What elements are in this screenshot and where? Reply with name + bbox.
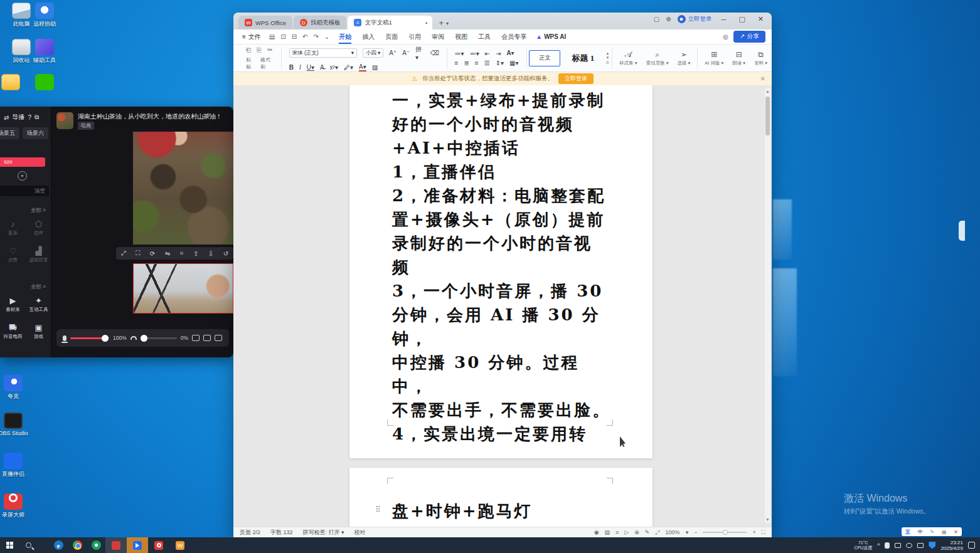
tool-sticker[interactable]: ⬠ 挂件 (26, 219, 51, 236)
bullets-button[interactable]: ≔▾ (455, 50, 464, 57)
maximize-button[interactable]: ▢ (735, 15, 748, 23)
document-page-1[interactable]: 一，实景+绿布+提前录制 好的一个小时的音视频 +AI+中控插话 1，直播伴侣 … (349, 85, 652, 458)
new-tab-button[interactable]: + (439, 18, 444, 28)
paragraph-drag-handle[interactable] (376, 505, 380, 512)
share-button[interactable]: ↗ 分享 (733, 31, 765, 43)
document-text-page2[interactable]: 盘+时钟+跑马灯 (392, 500, 533, 522)
highlight-button[interactable]: 🖉▾ (344, 64, 353, 71)
more-caret-icon[interactable]: ⌄ (324, 33, 329, 40)
numbering-button[interactable]: ≕▾ (470, 50, 479, 57)
ribbon-tab-reference[interactable]: 引用 (407, 30, 422, 44)
taskbar-recorder[interactable] (148, 537, 169, 553)
tab-document[interactable]: ≡ 文字文稿1 • (348, 16, 432, 29)
taskbar-chrome[interactable] (68, 537, 87, 553)
layer-up-icon[interactable]: ⇧ (193, 250, 198, 257)
camera-icon[interactable] (192, 335, 200, 341)
scroll-up-icon[interactable]: ▲ (765, 89, 770, 93)
login-entry[interactable]: ☻ 立即登录 (678, 15, 712, 23)
shading-button[interactable]: ▦▾ (509, 60, 518, 66)
spellcheck-status[interactable]: 拼写检查: 打开 ▾ (303, 529, 344, 537)
undo-icon[interactable]: ↶ (302, 33, 307, 40)
tool-interactive[interactable]: ✦ 互动工具 (26, 296, 51, 313)
word-count[interactable]: 字数 132 (270, 529, 293, 537)
style-heading1[interactable]: 标题 1 (563, 50, 603, 66)
tool-game[interactable]: ▣ 游戏 (26, 323, 51, 340)
redo-icon[interactable]: ↷ (313, 33, 318, 40)
read-aloud-button[interactable]: ⊟ 朗读 ▾ (728, 50, 750, 66)
export-icon[interactable]: ⊟ (292, 33, 297, 40)
text-direction-button[interactable]: 𝐀▾ (506, 50, 514, 57)
strikethrough-button[interactable]: A̶ (320, 64, 324, 71)
mic-tray-icon[interactable] (885, 542, 890, 549)
desktop-icon-helper[interactable]: 辅助工具 (26, 39, 63, 65)
select-button[interactable]: ➢ 选择 ▾ (673, 50, 695, 66)
outdent-button[interactable]: ⇤ (485, 50, 490, 57)
tab-wps-home[interactable]: W WPS Office (238, 16, 292, 29)
font-size-select[interactable]: 小四▾ (363, 48, 383, 58)
ribbon-tab-page[interactable]: 页面 (384, 30, 399, 44)
justify-button[interactable]: ☰ (484, 60, 490, 66)
grow-font-icon[interactable]: A⁺ (389, 50, 397, 56)
minimize-button[interactable]: ─ (718, 16, 730, 23)
monitor-headphone-icon[interactable] (130, 336, 137, 340)
tray-expand-icon[interactable]: ^ (877, 542, 880, 549)
taskbar-search[interactable] (19, 537, 38, 553)
hot-value-bar[interactable]: 920 (0, 157, 45, 167)
tool-material-library[interactable]: ▶ 素材库 (0, 296, 26, 313)
action-center-icon[interactable] (968, 542, 975, 549)
line-spacing-button[interactable]: ⇕▾ (496, 60, 504, 66)
help-icon[interactable]: ? (28, 114, 31, 121)
ime-close-icon[interactable]: ✕ (954, 529, 958, 535)
screen-share-icon[interactable] (203, 335, 211, 341)
tool-virtual-bg[interactable]: ▟ 虚拟背景 (26, 246, 51, 263)
file-menu[interactable]: ≡文件 (242, 33, 261, 41)
page-view-icon[interactable]: ▤ (605, 529, 610, 535)
ribbon-tab-tools[interactable]: 工具 (477, 30, 492, 44)
desktop-icon-remote[interactable]: 远程协助 (26, 3, 63, 28)
banner-close-icon[interactable]: ✕ (760, 75, 765, 82)
char-shading-button[interactable]: ▨ (372, 64, 378, 71)
desktop-icon-folder[interactable] (0, 74, 29, 90)
comment-input-row[interactable]: 清空 (0, 186, 49, 196)
cpu-temp-widget[interactable]: 71°C CPU温度 (854, 540, 872, 550)
volume-tray-icon[interactable] (906, 543, 912, 548)
bold-button[interactable]: B (289, 64, 294, 71)
zoom-level[interactable]: 100% (666, 529, 680, 535)
taskbar-edge[interactable]: e (49, 537, 68, 553)
tool-music[interactable]: ♪ 音乐 (0, 219, 26, 236)
shrink-font-icon[interactable]: A⁻ (402, 50, 410, 56)
section-all-1[interactable]: 全部 > (31, 207, 46, 214)
eye-protect-icon[interactable]: ◉ (594, 529, 599, 535)
web-view-icon[interactable]: ⊕ (634, 529, 639, 535)
display-tray-icon[interactable] (895, 543, 901, 548)
clear-format-icon[interactable]: ⌫ (430, 50, 439, 56)
edit-mode-icon[interactable]: ✎ (645, 529, 650, 535)
ribbon-tab-wps-ai[interactable]: ▲ WPS AI (536, 33, 566, 40)
tool-ecommerce[interactable]: ⛟ 抖音电商 (0, 323, 26, 340)
paste-icon[interactable]: ⎗ (246, 46, 251, 54)
desktop-icon-live-companion[interactable]: 直播伴侣 (0, 453, 31, 478)
hide-ribbon-icon[interactable]: ◎ (723, 33, 728, 40)
stream-cover-thumbnail[interactable] (56, 112, 73, 129)
add-scene-button[interactable]: + (18, 171, 27, 181)
format-painter-label[interactable]: 格式刷 (260, 56, 274, 70)
material-button[interactable]: ⧉ 资料 ▾ (750, 50, 772, 66)
align-left-button[interactable]: ≡ (455, 60, 459, 66)
screen-edge-handle[interactable] (959, 221, 965, 241)
input-method-bar[interactable]: 王 中 ✎ ▦ ✕ (902, 527, 962, 536)
paste-label[interactable]: 粘贴 (246, 56, 255, 70)
ime-keyboard-icon[interactable]: ▦ (942, 529, 947, 535)
undo-icon[interactable]: ↺ (223, 250, 228, 257)
network-tray-icon[interactable] (917, 543, 924, 548)
outline-view-icon[interactable]: ≡ (615, 529, 619, 535)
pinyin-icon[interactable]: 拼▾ (415, 45, 425, 61)
flip-icon[interactable]: ⇋ (165, 250, 170, 257)
popout-icon[interactable]: ⧉ (35, 113, 39, 121)
font-color-button[interactable]: A▾ (359, 63, 366, 71)
indent-button[interactable]: ⇥ (496, 50, 501, 57)
ime-pen-icon[interactable]: ✎ (930, 529, 934, 535)
ribbon-tab-home[interactable]: 开始 (338, 30, 353, 44)
style-normal[interactable]: 正文 (529, 50, 560, 66)
monitor-volume-slider[interactable] (141, 337, 177, 339)
document-text-page1[interactable]: 一，实景+绿布+提前录制 好的一个小时的音视频 +AI+中控插话 1，直播伴侣 … (392, 88, 612, 446)
